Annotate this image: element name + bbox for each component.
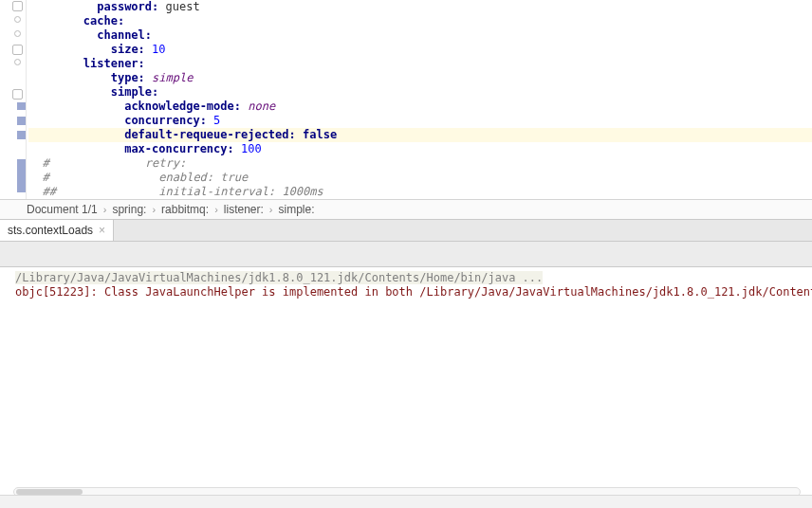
console-command-line: /Library/Java/JavaVirtualMachines/jdk1.8… [15, 271, 543, 284]
breadcrumb-part[interactable]: spring: [112, 200, 146, 220]
chevron-right-icon: › [269, 200, 273, 220]
change-marker-icon [17, 131, 26, 139]
yaml-key: listener [83, 57, 138, 70]
code-line[interactable]: size: 10 [28, 43, 812, 57]
yaml-key: password [97, 0, 152, 13]
colon: : [152, 0, 158, 13]
code-line[interactable]: concurrency: 5 [28, 114, 812, 128]
code-line[interactable]: default-requeue-rejected: false [28, 128, 812, 142]
code-line[interactable]: password: guest [28, 0, 812, 14]
fold-marker-icon[interactable] [14, 16, 21, 23]
yaml-value: simple [152, 71, 193, 84]
run-tab[interactable]: sts.contextLoads × [0, 220, 114, 241]
change-marker-icon [17, 159, 26, 192]
editor-gutter [0, 0, 27, 199]
code-line[interactable]: type: simple [28, 71, 812, 85]
colon: : [152, 85, 158, 99]
code-line[interactable]: ## initial-interval: 1000ms [28, 185, 812, 199]
comment-text: # retry: [28, 156, 186, 170]
code-line[interactable]: simple: [28, 85, 812, 100]
breadcrumb-doc: Document 1/1 [27, 200, 98, 220]
colon: : [118, 14, 124, 27]
code-line[interactable]: channel: [28, 28, 812, 43]
yaml-value: 100 [241, 142, 262, 155]
yaml-key: size [111, 43, 138, 56]
chevron-right-icon: › [214, 200, 218, 220]
horizontal-scrollbar[interactable] [13, 487, 801, 493]
code-line[interactable]: # retry: [28, 156, 812, 171]
run-tab-bar: sts.contextLoads × [0, 219, 812, 242]
colon: : [228, 142, 234, 155]
yaml-value: false [303, 128, 337, 141]
fold-marker-icon[interactable] [14, 59, 21, 65]
tab-label: sts.contextLoads [8, 224, 93, 237]
yaml-key: type [111, 71, 138, 84]
fold-marker-icon[interactable] [12, 45, 23, 55]
code-line[interactable]: max-concurrency: 100 [28, 142, 812, 156]
code-line[interactable]: listener: [28, 57, 812, 71]
status-bar [0, 495, 812, 508]
breadcrumb-part[interactable]: listener: [224, 200, 264, 220]
console-toolbar [0, 242, 812, 267]
yaml-key: concurrency [124, 114, 199, 127]
code-line[interactable]: acknowledge-mode: none [28, 100, 812, 114]
chevron-right-icon: › [103, 200, 107, 220]
colon: : [138, 71, 145, 84]
code-line[interactable]: cache: [28, 14, 812, 28]
code-editor[interactable]: password: guest cache: channel: size: 10… [0, 0, 812, 199]
colon: : [138, 43, 145, 56]
colon: : [138, 57, 145, 70]
scrollbar-thumb[interactable] [16, 489, 83, 493]
console-output[interactable]: /Library/Java/JavaVirtualMachines/jdk1.8… [0, 267, 812, 493]
code-content[interactable]: password: guest cache: channel: size: 10… [27, 0, 812, 199]
yaml-key: channel [97, 28, 145, 42]
fold-marker-icon[interactable] [12, 1, 23, 11]
yaml-value: guest [166, 0, 200, 13]
yaml-key: cache [83, 14, 118, 27]
yaml-value: none [248, 100, 275, 113]
console-error-line: objc[51223]: Class JavaLaunchHelper is i… [15, 285, 812, 299]
yaml-key: acknowledge-mode [124, 100, 234, 113]
fold-marker-icon[interactable] [14, 30, 21, 37]
breadcrumb[interactable]: Document 1/1 › spring: › rabbitmq: › lis… [0, 199, 812, 219]
change-marker-icon [17, 117, 26, 125]
yaml-key: simple [111, 85, 152, 99]
breadcrumb-part[interactable]: rabbitmq: [161, 200, 209, 220]
close-icon[interactable]: × [99, 224, 105, 237]
breadcrumb-part[interactable]: simple: [279, 200, 315, 220]
colon: : [289, 128, 296, 141]
change-marker-icon [17, 102, 26, 110]
comment-text: # enabled: true [28, 171, 248, 184]
yaml-value: 10 [152, 43, 165, 56]
yaml-value: 5 [213, 114, 220, 127]
colon: : [145, 28, 152, 42]
colon: : [234, 100, 241, 113]
colon: : [200, 114, 207, 127]
code-line[interactable]: # enabled: true [28, 171, 812, 185]
chevron-right-icon: › [152, 200, 156, 220]
fold-marker-icon[interactable] [12, 89, 23, 100]
comment-text: ## initial-interval: 1000ms [28, 185, 323, 198]
yaml-key: max-concurrency [124, 142, 227, 155]
yaml-key: default-requeue-rejected [124, 128, 288, 141]
